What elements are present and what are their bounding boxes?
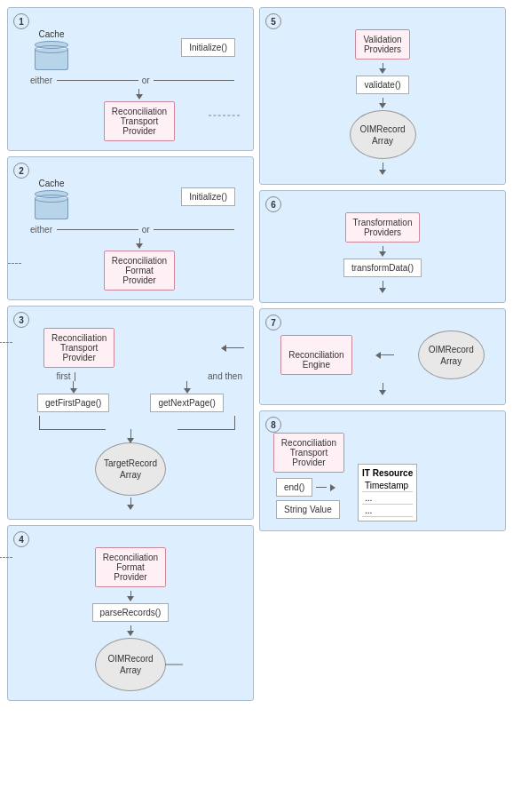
- and-then-label: and then: [208, 371, 242, 381]
- timestamp-row: Timestamp: [362, 480, 413, 492]
- first-label: first: [56, 371, 70, 381]
- getfirstpage-box: getFirstPage(): [37, 394, 109, 412]
- left-column: 1 Cache: [7, 7, 254, 701]
- panel-3-number: 3: [13, 312, 29, 328]
- validate-box: validate(): [356, 76, 408, 94]
- transformdata-box: transformData(): [343, 259, 422, 277]
- cache-label-2: Cache: [39, 179, 65, 188]
- panel-1: 1 Cache: [7, 7, 254, 151]
- panel-1-number: 1: [13, 13, 29, 29]
- panel-4-number: 4: [13, 531, 29, 547]
- right-column: 5 Validation Providers validate(): [259, 7, 506, 701]
- getnextpage-box: getNextPage(): [150, 394, 223, 412]
- end-box: end(): [276, 478, 312, 497]
- or-label-2: or: [138, 225, 154, 235]
- parserecords-box: parseRecords(): [92, 603, 170, 622]
- panel-8-number: 8: [265, 417, 281, 433]
- dots2-row: ...: [362, 505, 413, 517]
- rfp-box-4: Reconciliation Format Provider: [95, 547, 166, 587]
- panel-5: 5 Validation Providers validate(): [259, 7, 506, 185]
- either-label-1: either: [30, 76, 57, 85]
- rtp-box-8: Reconciliation Transport Provider: [273, 433, 344, 473]
- panel-7: 7 Reconciliation Engine OIMRecord Array: [259, 308, 506, 405]
- it-resource-box: IT Resource Timestamp ... ...: [358, 464, 417, 521]
- or-label-1: or: [138, 76, 154, 85]
- panel-3: 3 Reconciliation Transport Provider: [7, 306, 254, 520]
- it-resource-title: IT Resource: [362, 468, 413, 478]
- panel-8: 8 Reconciliation Transport Provider end(…: [259, 410, 506, 531]
- panel-5-number: 5: [265, 13, 281, 29]
- either-label-2: either: [30, 225, 57, 235]
- panel-6-number: 6: [265, 196, 281, 212]
- rfp-box-2: Reconciliation Format Provider: [104, 251, 175, 291]
- panel-2: 2 Cache Initial: [7, 156, 254, 300]
- panel-7-number: 7: [265, 314, 281, 330]
- db-icon-2: [35, 190, 68, 219]
- transformation-box: Transformation Providers: [345, 212, 421, 243]
- validation-box: Validation Providers: [355, 29, 409, 60]
- string-value-box: String Value: [276, 500, 340, 519]
- oimrecord-oval-7: OIMRecord Array: [418, 330, 485, 379]
- panel-4: 4 Reconciliation Format Provider parseRe…: [7, 525, 254, 701]
- oimrecord-oval-5: OIMRecord Array: [350, 110, 416, 159]
- rtp-box-3: Reconciliation Transport Provider: [43, 328, 114, 368]
- panel-6: 6 Transformation Providers transformData…: [259, 190, 506, 303]
- engine-box: Reconciliation Engine: [280, 335, 351, 375]
- cache-label-1: Cache: [39, 29, 65, 39]
- init-box-2: Initialize(): [181, 187, 235, 206]
- oimrecord-oval-4: OIMRecord Array: [95, 638, 166, 691]
- db-icon-1: [35, 41, 68, 70]
- panel-2-number: 2: [13, 163, 29, 179]
- targetrecord-oval: TargetRecord Array: [95, 442, 166, 496]
- dots1-row: ...: [362, 492, 413, 505]
- rtp-box-1: Reconciliation Transport Provider: [104, 101, 175, 141]
- diagram-container: 1 Cache: [0, 0, 513, 708]
- init-box-1: Initialize(): [181, 38, 235, 57]
